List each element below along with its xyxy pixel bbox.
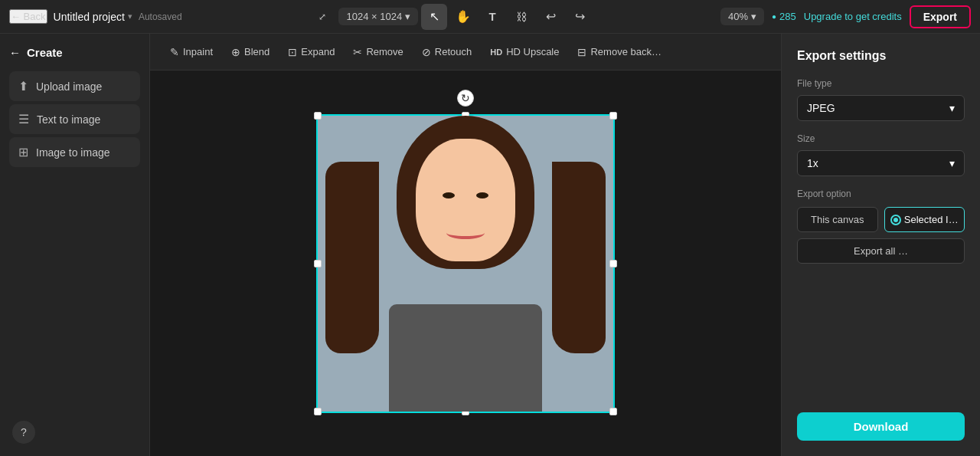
- handle-bottom-left[interactable]: [314, 408, 322, 415]
- size-label: Size: [797, 133, 965, 144]
- size-value: 1x: [807, 157, 818, 169]
- credits-icon: ●: [772, 12, 776, 21]
- undo-button[interactable]: ↩: [537, 4, 564, 30]
- export-panel: Export settings File type JPEG ▾ Size 1x…: [781, 34, 980, 456]
- back-button[interactable]: ← Back: [9, 9, 47, 24]
- export-all-button[interactable]: Export all …: [797, 238, 965, 264]
- this-canvas-button[interactable]: This canvas: [797, 207, 878, 232]
- selected-label: Selected I…: [904, 214, 959, 225]
- link-tool-button[interactable]: ⛓: [508, 4, 534, 30]
- handle-middle-left[interactable]: [314, 260, 322, 267]
- handle-middle-right[interactable]: [609, 260, 617, 267]
- blend-icon: ⊕: [231, 46, 240, 58]
- canvas-size-chevron-icon: ▾: [405, 11, 410, 22]
- upload-icon: ⬆: [18, 79, 28, 93]
- export-button[interactable]: Export: [910, 5, 971, 28]
- export-options-row-1: This canvas Selected I…: [797, 207, 965, 232]
- edit-toolbar: ✎ Inpaint ⊕ Blend ⊡ Expand ✂ Remove ⊘ Re…: [150, 34, 781, 71]
- face: [416, 139, 515, 261]
- main-area: ← Create ⬆ Upload image ☰ Text to image …: [0, 34, 980, 456]
- help-icon: ?: [21, 426, 27, 438]
- text-tool-button[interactable]: T: [479, 4, 505, 30]
- portrait-background: [318, 116, 613, 412]
- sidebar-heading-label: Create: [27, 46, 63, 59]
- project-title: Untitled project: [54, 11, 125, 23]
- help-button[interactable]: ?: [12, 421, 35, 444]
- expand-label: Expand: [301, 46, 335, 57]
- radio-dot-inner: [893, 218, 898, 222]
- topbar-right: 40% ▾ ● 285 Upgrade to get credits Expor…: [720, 5, 971, 28]
- upscale-label: HD Upscale: [506, 46, 559, 57]
- remove-bg-label: Remove back…: [590, 46, 661, 57]
- inpaint-button[interactable]: ✎ Inpaint: [162, 42, 220, 62]
- remove-button[interactable]: ✂ Remove: [345, 42, 410, 62]
- autosaved-label: Autosaved: [139, 11, 182, 22]
- handle-top-left[interactable]: [314, 112, 322, 120]
- canvas-viewport[interactable]: ↻: [150, 71, 781, 456]
- upscale-button[interactable]: HD HD Upscale: [482, 42, 567, 61]
- project-title-wrapper: Untitled project ▾: [54, 11, 132, 23]
- selected-button[interactable]: Selected I…: [884, 207, 965, 232]
- zoom-button[interactable]: 40% ▾: [720, 8, 764, 25]
- file-type-select[interactable]: JPEG ▾: [797, 95, 965, 121]
- topbar-center: ⤢ 1024 × 1024 ▾ ↖ ✋ T ⛓ ↩ ↪: [191, 4, 711, 30]
- size-select[interactable]: 1x ▾: [797, 150, 965, 176]
- file-type-value: JPEG: [807, 102, 835, 114]
- sidebar-item-text-label: Text to image: [37, 113, 100, 126]
- file-type-chevron-icon: ▾: [949, 102, 955, 114]
- pan-tool-button[interactable]: ✋: [450, 4, 476, 30]
- sidebar-item-upload[interactable]: ⬆ Upload image: [9, 71, 140, 101]
- hair-left: [325, 162, 379, 353]
- blend-label: Blend: [244, 46, 270, 57]
- remove-bg-button[interactable]: ⊟ Remove back…: [570, 42, 668, 62]
- zoom-label: 40%: [728, 11, 748, 22]
- sidebar-item-image-to-image[interactable]: ⊞ Image to image: [9, 137, 140, 167]
- sidebar-item-image-label: Image to image: [36, 146, 110, 159]
- handle-top-right[interactable]: [609, 112, 617, 120]
- topbar-left: ← Back Untitled project ▾ Autosaved: [9, 9, 182, 24]
- size-chevron-icon: ▾: [949, 157, 955, 169]
- canvas-area: ✎ Inpaint ⊕ Blend ⊡ Expand ✂ Remove ⊘ Re…: [150, 34, 781, 456]
- retouch-button[interactable]: ⊘ Retouch: [414, 42, 479, 62]
- inpaint-label: Inpaint: [183, 46, 213, 57]
- canvas-size-button[interactable]: 1024 × 1024 ▾: [338, 8, 418, 25]
- credits-badge: ● 285: [772, 11, 796, 22]
- expand-button[interactable]: ⊡ Expand: [280, 42, 342, 62]
- sidebar-item-upload-label: Upload image: [36, 80, 102, 93]
- export-option-label: Export option: [797, 189, 965, 199]
- export-all-label: Export all …: [854, 245, 908, 257]
- redo-button[interactable]: ↪: [567, 4, 593, 30]
- download-button[interactable]: Download: [797, 412, 965, 441]
- export-option-group: Export option This canvas Selected I… Ex…: [797, 189, 965, 264]
- blend-button[interactable]: ⊕ Blend: [224, 42, 277, 62]
- image-to-image-icon: ⊞: [18, 145, 28, 159]
- eye-right: [476, 192, 488, 198]
- expand-icon: ⊡: [288, 46, 297, 58]
- topbar: ← Back Untitled project ▾ Autosaved ⤢ 10…: [0, 0, 980, 34]
- select-tool-button[interactable]: ↖: [421, 4, 447, 30]
- canvas-size-label: 1024 × 1024: [346, 11, 402, 22]
- expand-icon[interactable]: ⤢: [309, 4, 335, 30]
- credits-count: 285: [779, 11, 796, 22]
- canvas-content: ↻: [316, 114, 615, 413]
- rotate-handle[interactable]: ↻: [457, 90, 474, 107]
- sidebar-heading: ← Create: [9, 46, 140, 59]
- jacket: [389, 304, 542, 412]
- zoom-chevron-icon: ▾: [751, 11, 756, 22]
- canvas-image-wrapper[interactable]: [316, 114, 615, 413]
- upscale-icon: HD: [490, 48, 502, 57]
- back-label: ← Back: [11, 11, 46, 22]
- sidebar-item-text-to-image[interactable]: ☰ Text to image: [9, 104, 140, 134]
- back-arrow-icon: ←: [9, 46, 21, 59]
- radio-dot: [890, 215, 901, 225]
- project-chevron-icon[interactable]: ▾: [128, 11, 132, 21]
- inpaint-icon: ✎: [170, 46, 179, 58]
- remove-icon: ✂: [353, 46, 362, 58]
- retouch-icon: ⊘: [422, 46, 431, 58]
- retouch-label: Retouch: [435, 46, 472, 57]
- eye-left: [443, 192, 455, 198]
- text-to-image-icon: ☰: [18, 112, 29, 126]
- sidebar: ← Create ⬆ Upload image ☰ Text to image …: [0, 34, 150, 456]
- handle-bottom-right[interactable]: [609, 408, 617, 415]
- upgrade-link[interactable]: Upgrade to get credits: [804, 11, 902, 22]
